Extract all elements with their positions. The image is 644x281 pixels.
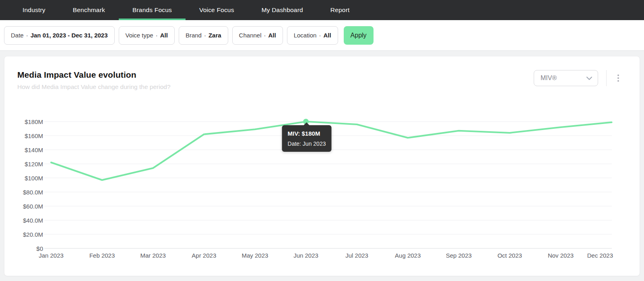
svg-text:Apr 2023: Apr 2023 xyxy=(192,252,216,259)
apply-button[interactable]: Apply xyxy=(344,26,374,45)
separator: · xyxy=(264,32,266,39)
top-nav: Industry Benchmark Brands Focus Voice Fo… xyxy=(0,0,644,20)
svg-text:Jul 2023: Jul 2023 xyxy=(345,252,368,259)
tab-report-label: Report xyxy=(330,6,350,14)
separator: · xyxy=(26,32,28,39)
svg-text:Dec 2023: Dec 2023 xyxy=(587,252,613,259)
card-header-actions: MIV® xyxy=(534,70,622,86)
x-axis-labels: Jan 2023Feb 2023Mar 2023Apr 2023May 2023… xyxy=(39,252,613,259)
divider xyxy=(606,70,607,86)
chart-tooltip: MIV: $180M Date: Jun 2023 xyxy=(282,125,332,152)
svg-text:$60.0M: $60.0M xyxy=(23,203,43,210)
tab-benchmark[interactable]: Benchmark xyxy=(59,0,119,20)
tooltip-date: Date: Jun 2023 xyxy=(288,140,326,147)
card-subtitle: How did Media Impact Value change during… xyxy=(17,83,171,91)
filter-channel-value: All xyxy=(268,32,276,39)
svg-text:Oct 2023: Oct 2023 xyxy=(497,252,522,259)
filter-location-value: All xyxy=(323,32,331,39)
metric-select-value: MIV® xyxy=(541,74,557,82)
svg-text:Feb 2023: Feb 2023 xyxy=(89,252,115,259)
tab-benchmark-label: Benchmark xyxy=(73,6,105,14)
metric-select[interactable]: MIV® xyxy=(534,70,598,86)
card-title-block: Media Impact Value evolution How did Med… xyxy=(17,70,171,91)
filter-chip-brand[interactable]: Brand · Zara xyxy=(179,26,228,45)
svg-text:$40.0M: $40.0M xyxy=(23,217,43,224)
page-title: Media Impact Value evolution xyxy=(17,70,171,80)
tab-report[interactable]: Report xyxy=(317,0,363,20)
tab-my-dashboard[interactable]: My Dashboard xyxy=(248,0,317,20)
filter-date-value: Jan 01, 2023 - Dec 31, 2023 xyxy=(31,32,108,39)
filter-channel-label: Channel xyxy=(239,32,262,39)
miv-evolution-card: Media Impact Value evolution How did Med… xyxy=(4,56,640,276)
svg-text:$180M: $180M xyxy=(25,118,43,125)
svg-text:Jan 2023: Jan 2023 xyxy=(39,252,64,259)
svg-text:Sep 2023: Sep 2023 xyxy=(446,252,472,259)
svg-text:Mar 2023: Mar 2023 xyxy=(140,252,166,259)
svg-text:Aug 2023: Aug 2023 xyxy=(395,252,421,259)
separator: · xyxy=(319,32,321,39)
filter-brand-label: Brand xyxy=(186,32,202,39)
tab-brands-focus-label: Brands Focus xyxy=(132,6,172,14)
filter-date-label: Date xyxy=(11,32,24,39)
separator: · xyxy=(156,32,158,39)
svg-text:$80.0M: $80.0M xyxy=(23,189,43,196)
card-header: Media Impact Value evolution How did Med… xyxy=(4,56,640,91)
tab-voice-focus-label: Voice Focus xyxy=(199,6,234,14)
filter-location-label: Location xyxy=(294,32,317,39)
filter-brand-value: Zara xyxy=(208,32,221,39)
filter-chip-channel[interactable]: Channel · All xyxy=(232,26,283,45)
filter-chip-voice-type[interactable]: Voice type · All xyxy=(119,26,175,45)
y-axis-labels: $0$20.0M$40.0M$60.0M$80.0M$100M$120M$140… xyxy=(23,118,43,252)
tooltip-value: MIV: $180M xyxy=(288,130,326,137)
tab-voice-focus[interactable]: Voice Focus xyxy=(186,0,248,20)
filter-chip-location[interactable]: Location · All xyxy=(287,26,338,45)
svg-text:$0: $0 xyxy=(36,245,43,252)
tab-my-dashboard-label: My Dashboard xyxy=(262,6,303,14)
separator: · xyxy=(204,32,206,39)
svg-text:$160M: $160M xyxy=(25,132,43,139)
filter-voice-type-label: Voice type xyxy=(126,32,153,39)
kebab-menu-icon[interactable] xyxy=(615,70,622,86)
tab-brands-focus[interactable]: Brands Focus xyxy=(119,0,186,20)
svg-text:Jun 2023: Jun 2023 xyxy=(293,252,318,259)
filter-chip-date[interactable]: Date · Jan 01, 2023 - Dec 31, 2023 xyxy=(4,26,115,45)
svg-text:Nov 2023: Nov 2023 xyxy=(548,252,574,259)
tab-industry-label: Industry xyxy=(23,6,45,14)
filter-bar: Date · Jan 01, 2023 - Dec 31, 2023 Voice… xyxy=(0,20,644,51)
chevron-down-icon xyxy=(586,76,592,80)
svg-text:$100M: $100M xyxy=(25,175,43,182)
svg-text:$140M: $140M xyxy=(25,147,43,153)
svg-text:May 2023: May 2023 xyxy=(242,252,268,259)
filter-voice-type-value: All xyxy=(160,32,168,39)
svg-text:$120M: $120M xyxy=(25,161,43,167)
svg-text:$20.0M: $20.0M xyxy=(23,231,43,238)
tab-industry[interactable]: Industry xyxy=(9,0,59,20)
